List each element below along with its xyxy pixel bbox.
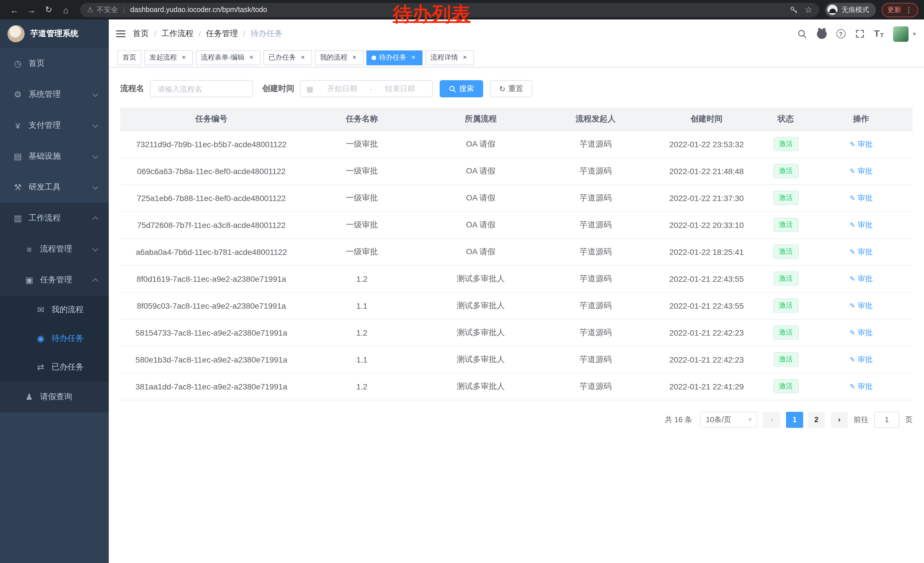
cell-task-name: 一级审批	[303, 131, 422, 158]
sidebar-item-leave-query[interactable]: ♟ 请假查询	[0, 381, 109, 412]
cell-task-id: 75d72608-7b7f-11ec-a3c8-acde48001122	[120, 211, 303, 238]
back-icon[interactable]: ←	[6, 1, 23, 18]
tab-close-icon[interactable]: ×	[410, 54, 417, 62]
sidebar-item-home[interactable]: ◷ 首页	[0, 48, 109, 79]
cell-task-name: 1.2	[303, 265, 422, 292]
tab-close-icon[interactable]: ×	[180, 54, 188, 62]
sidebar-item-my-process[interactable]: ✉ 我的流程	[0, 296, 109, 324]
key-icon[interactable]	[789, 6, 798, 14]
cell-task-name: 1.1	[303, 346, 422, 373]
next-page-button[interactable]: ›	[831, 411, 848, 428]
cell-task-name: 一级审批	[303, 238, 422, 265]
search-icon[interactable]	[797, 29, 807, 39]
status-badge: 激活	[773, 245, 798, 259]
tab-已办任务[interactable]: 已办任务 ×	[263, 50, 312, 65]
table-row[interactable]: 58154733-7ac8-11ec-a9e2-a2380e71991a 1.2…	[120, 319, 912, 346]
cell-initiator: 芋道源码	[540, 185, 651, 211]
page-button-2[interactable]: 2	[808, 411, 825, 428]
page-buttons: 12	[786, 411, 825, 428]
approve-button[interactable]: ✎ 审批	[850, 354, 873, 365]
sidebar-toggle-button[interactable]	[109, 20, 133, 48]
help-icon[interactable]: ?	[836, 29, 845, 38]
github-icon[interactable]	[817, 29, 826, 39]
approve-button[interactable]: ✎ 审批	[850, 139, 873, 149]
user-avatar[interactable]	[893, 26, 909, 42]
table-row[interactable]: 069c6a63-7b8a-11ec-8ef0-acde48001122 一级审…	[120, 158, 912, 185]
status-badge: 激活	[773, 299, 798, 313]
breadcrumb-item[interactable]: 工作流程	[162, 29, 194, 39]
cell-initiator: 芋道源码	[540, 265, 651, 292]
table-row[interactable]: 75d72608-7b7f-11ec-a3c8-acde48001122 一级审…	[120, 211, 912, 238]
address-bar[interactable]: ⚠ 不安全 | dashboard.yudao.iocoder.cn/bpm/t…	[80, 3, 819, 17]
tab-close-icon[interactable]: ×	[461, 54, 469, 62]
edit-icon: ✎	[850, 140, 855, 148]
tab-待办任务[interactable]: 待办任务 ×	[366, 50, 423, 65]
sidebar-item-todo-tasks[interactable]: ◉ 待办任务	[0, 324, 109, 353]
approve-button[interactable]: ✎ 审批	[850, 193, 873, 203]
cell-actions: ✎ 审批	[810, 238, 912, 265]
table-row[interactable]: 580e1b3d-7ac8-11ec-a9e2-a2380e71991a 1.1…	[120, 346, 912, 373]
approve-button[interactable]: ✎ 审批	[850, 273, 873, 284]
edit-icon: ✎	[850, 248, 855, 256]
tab-我的流程[interactable]: 我的流程 ×	[315, 50, 363, 65]
goto-page-input[interactable]	[874, 411, 899, 428]
cell-created: 2022-01-22 21:37:30	[651, 185, 762, 211]
tab-label: 待办任务	[379, 53, 406, 62]
approve-button[interactable]: ✎ 审批	[850, 381, 873, 392]
table-row[interactable]: 8f0d1619-7ac8-11ec-a9e2-a2380e71991a 1.2…	[120, 265, 912, 292]
tab-close-icon[interactable]: ×	[248, 54, 255, 62]
sidebar-item-process-mgmt[interactable]: ≡ 流程管理	[0, 234, 109, 264]
page-size-value: 10条/页	[706, 414, 731, 425]
sidebar-item-system[interactable]: ⚙ 系统管理	[0, 79, 109, 110]
sidebar-item-done-tasks[interactable]: ⇄ 已办任务	[0, 353, 109, 381]
app-logo[interactable]: 芋道管理系统	[0, 20, 109, 48]
reset-button[interactable]: ↻ 重置	[490, 80, 532, 98]
user-icon: ♟	[23, 392, 36, 402]
sidebar-item-devtools[interactable]: ⚒ 研发工具	[0, 172, 109, 203]
forward-icon[interactable]: →	[23, 1, 40, 18]
process-name-input[interactable]	[150, 80, 253, 98]
page-size-select[interactable]: 10条/页 ▾	[700, 411, 758, 428]
cell-process: 测试多审批人	[422, 319, 540, 346]
tab-发起流程[interactable]: 发起流程 ×	[144, 50, 193, 65]
table-row[interactable]: 8f059c03-7ac8-11ec-a9e2-a2380e71991a 1.1…	[120, 292, 912, 319]
home-icon[interactable]: ⌂	[57, 1, 74, 18]
sidebar-item-workflow[interactable]: ▥ 工作流程	[0, 203, 109, 234]
breadcrumb-item[interactable]: 任务管理	[206, 29, 238, 39]
sidebar-item-payment[interactable]: ¥ 支付管理	[0, 110, 109, 141]
approve-button[interactable]: ✎ 审批	[850, 300, 873, 311]
approve-button[interactable]: ✎ 审批	[850, 327, 873, 338]
date-range-picker[interactable]: ▦ 开始日期 - 结束日期	[300, 80, 433, 98]
avatar-caret-icon[interactable]: ▾	[913, 30, 916, 38]
sidebar-item-task-mgmt[interactable]: ▣ 任务管理	[0, 264, 109, 296]
refresh-icon[interactable]: ↻	[40, 1, 57, 18]
approve-button[interactable]: ✎ 审批	[850, 220, 873, 230]
table-row[interactable]: a6aba0a4-7b6d-11ec-b781-acde48001122 一级审…	[120, 238, 912, 265]
incognito-badge: 无痕模式	[825, 3, 876, 17]
address-divider: |	[123, 6, 125, 14]
url-text: dashboard.yudao.iocoder.cn/bpm/task/todo	[130, 6, 786, 14]
tab-流程详情[interactable]: 流程详情 ×	[425, 50, 474, 65]
tab-close-icon[interactable]: ×	[299, 54, 307, 62]
sidebar-item-infra[interactable]: ▤ 基础设施	[0, 141, 109, 172]
page-button-1[interactable]: 1	[786, 411, 803, 428]
cell-initiator: 芋道源码	[540, 211, 651, 238]
create-time-label: 创建时间	[262, 84, 294, 94]
font-size-icon[interactable]: TT	[874, 29, 884, 38]
update-button[interactable]: 更新 ⋮	[882, 3, 918, 17]
approve-button[interactable]: ✎ 审批	[850, 246, 873, 257]
table-row[interactable]: 381aa1dd-7ac8-11ec-a9e2-a2380e71991a 1.2…	[120, 373, 912, 400]
breadcrumb-item[interactable]: 首页	[133, 29, 149, 39]
tab-首页[interactable]: 首页	[117, 50, 141, 65]
tab-流程表单-编辑[interactable]: 流程表单-编辑 ×	[196, 50, 261, 65]
table-row[interactable]: 725a1eb6-7b88-11ec-8ef0-acde48001122 一级审…	[120, 185, 912, 211]
fullscreen-icon[interactable]	[855, 29, 864, 38]
table-row[interactable]: 73211d9d-7b9b-11ec-b5b7-acde48001122 一级审…	[120, 131, 912, 158]
tab-close-icon[interactable]: ×	[350, 54, 358, 62]
logo-avatar	[8, 25, 25, 42]
search-button[interactable]: 搜索	[440, 80, 483, 98]
prev-page-button[interactable]: ‹	[763, 411, 780, 428]
approve-button[interactable]: ✎ 审批	[850, 166, 873, 176]
browser-menu-dots-icon[interactable]: ⋮	[905, 6, 912, 14]
bookmark-star-icon[interactable]: ☆	[805, 5, 812, 15]
